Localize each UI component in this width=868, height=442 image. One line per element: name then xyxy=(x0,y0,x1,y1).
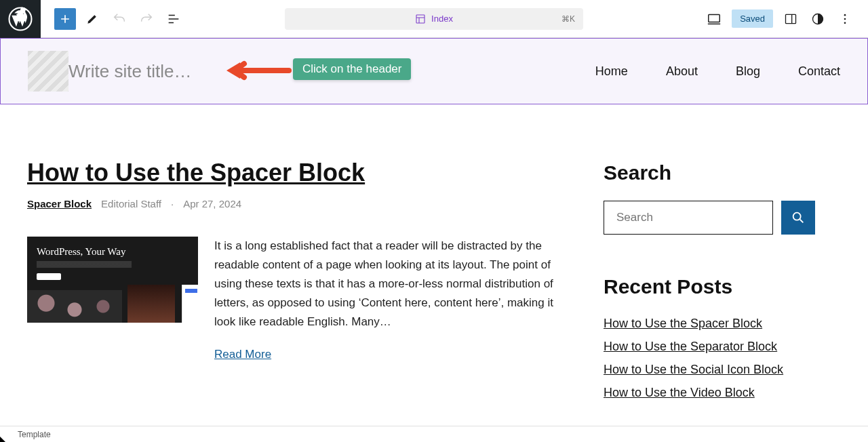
post-category-link[interactable]: Spacer Block xyxy=(27,198,92,209)
breadcrumb-bar: Template xyxy=(0,426,868,442)
view-desktop-button[interactable] xyxy=(705,9,724,28)
site-title-input[interactable]: Write site title… xyxy=(68,61,192,82)
wordpress-logo[interactable] xyxy=(0,0,41,38)
svg-rect-2 xyxy=(709,14,720,22)
meta-separator: · xyxy=(171,198,174,209)
redo-button[interactable] xyxy=(136,8,157,30)
settings-sidebar-toggle[interactable] xyxy=(781,9,800,28)
post-meta: Spacer Block Editorial Staff · Apr 27, 2… xyxy=(27,198,563,209)
thumb-heading: WordPress, Your Way xyxy=(37,246,125,258)
site-header-block[interactable]: Write site title… Home About Blog Contac… xyxy=(0,38,868,104)
nav-item-about[interactable]: About xyxy=(666,64,698,79)
command-shortcut: ⌘K xyxy=(561,14,575,24)
options-menu-button[interactable] xyxy=(835,9,854,28)
post-featured-image[interactable]: WordPress, Your Way xyxy=(27,237,198,323)
recent-posts-title: Recent Posts xyxy=(604,275,815,298)
sidebar-column: Search Recent Posts How to Use the Space… xyxy=(604,159,815,403)
site-logo-placeholder[interactable] xyxy=(28,51,68,92)
post-date: Apr 27, 2024 xyxy=(183,198,241,209)
search-widget-title: Search xyxy=(604,161,815,184)
instruction-badge: Click on the header xyxy=(293,58,411,80)
main-column: How to Use the Spacer Block Spacer Block… xyxy=(27,159,563,403)
recent-post-link[interactable]: How to Use the Separator Block xyxy=(604,338,815,357)
recent-posts-list: How to Use the Spacer Block How to Use t… xyxy=(604,315,815,403)
toolbar-left-group xyxy=(41,8,184,30)
post-body: WordPress, Your Way It is a long establi… xyxy=(27,237,563,361)
instruction-arrow-icon xyxy=(224,58,292,83)
recent-post-link[interactable]: How to Use the Spacer Block xyxy=(604,315,815,334)
post-text: It is a long established fact that a rea… xyxy=(214,237,563,361)
saved-button[interactable]: Saved xyxy=(732,9,773,28)
search-icon xyxy=(791,210,806,225)
svg-point-7 xyxy=(844,22,846,24)
post-title-link[interactable]: How to Use the Spacer Block xyxy=(27,159,563,187)
nav-item-home[interactable]: Home xyxy=(595,64,628,79)
recent-post-link[interactable]: How to Use the Video Block xyxy=(604,384,815,403)
content-area: How to Use the Spacer Block Spacer Block… xyxy=(0,104,868,403)
nav-item-contact[interactable]: Contact xyxy=(798,64,840,79)
document-overview-button[interactable] xyxy=(163,8,184,30)
search-form xyxy=(604,201,815,235)
svg-point-5 xyxy=(844,14,846,16)
layout-icon xyxy=(415,14,426,24)
site-navigation: Home About Blog Contact xyxy=(595,64,840,79)
breadcrumb-item[interactable]: Template xyxy=(18,430,51,439)
edit-mode-button[interactable] xyxy=(81,8,103,30)
resize-handle-icon xyxy=(0,437,5,442)
search-submit-button[interactable] xyxy=(781,201,815,235)
svg-point-8 xyxy=(793,213,801,220)
search-input[interactable] xyxy=(604,201,773,235)
undo-button[interactable] xyxy=(108,8,130,30)
svg-rect-1 xyxy=(416,15,425,23)
toolbar-right-group: Saved xyxy=(705,9,868,28)
svg-rect-3 xyxy=(786,14,796,23)
nav-item-blog[interactable]: Blog xyxy=(736,64,760,79)
template-selector[interactable]: Index ⌘K xyxy=(285,8,583,30)
add-block-button[interactable] xyxy=(54,8,76,30)
styles-button[interactable] xyxy=(808,9,827,28)
template-name: Index xyxy=(431,14,453,24)
editor-top-toolbar: Index ⌘K Saved xyxy=(0,0,868,38)
read-more-link[interactable]: Read More xyxy=(214,348,271,361)
recent-post-link[interactable]: How to Use the Social Icon Block xyxy=(604,361,815,380)
post-author: Editorial Staff xyxy=(101,198,161,209)
post-excerpt: It is a long established fact that a rea… xyxy=(214,237,563,332)
svg-point-6 xyxy=(844,18,846,20)
